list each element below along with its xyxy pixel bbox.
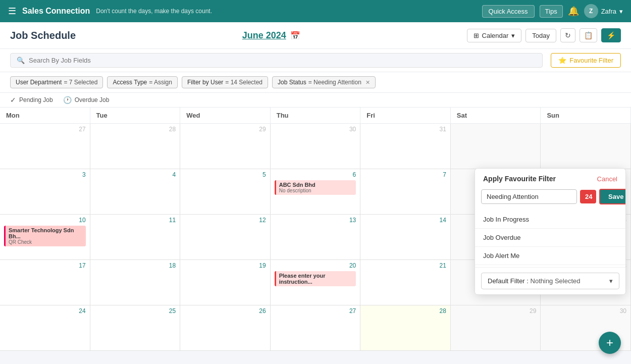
page-title: Job Schedule [10, 30, 76, 41]
cal-cell-25[interactable]: 25 [90, 305, 181, 351]
default-filter-dropdown[interactable]: Default Filter : Nothing Selected ▾ [481, 273, 619, 289]
popup-header: Apply Favourite Filter Cancel [475, 169, 625, 187]
check-circle-icon: ✓ [10, 96, 16, 104]
cal-cell-10[interactable]: 10 Smarter Technology Sdn Bh... QR Check [0, 215, 90, 260]
cal-cell-28-may[interactable]: 28 [90, 124, 181, 169]
calendar-wrap: Mon Tue Wed Thu Fri Sat Sun 27 28 29 30 … [0, 108, 631, 364]
cal-cell-28[interactable]: 28 [360, 305, 451, 351]
filter-button[interactable]: ⚡ [601, 28, 621, 42]
chevron-down-icon: ▾ [609, 277, 613, 285]
close-icon[interactable]: ✕ [365, 79, 370, 86]
cal-cell-sun-1[interactable] [541, 124, 631, 169]
header-center: June 2024 📅 [242, 30, 300, 41]
page-header: Job Schedule June 2024 📅 ⊞ Calendar ▾ To… [0, 22, 631, 49]
cal-cell-7[interactable]: 7 [360, 169, 451, 215]
navbar-right: Quick Access Tips 🔔 Z Zafra ▾ [482, 4, 623, 18]
legend-bar: ✓ Pending Job 🕐 Overdue Job [0, 93, 631, 108]
filter-count-badge: 24 [580, 190, 596, 203]
popup-save-button[interactable]: Save [599, 189, 626, 204]
cal-cell-31-may[interactable]: 31 [360, 124, 451, 169]
cal-cell-13[interactable]: 13 [271, 215, 361, 260]
user-menu[interactable]: Z Zafra ▾ [584, 4, 623, 18]
bell-icon[interactable]: 🔔 [568, 6, 579, 17]
cal-cell-27-may[interactable]: 27 [0, 124, 90, 169]
list-item-job-in-progress[interactable]: Job In Progress [475, 211, 625, 229]
cal-cell-11[interactable]: 11 [90, 215, 181, 260]
popup-cancel-button[interactable]: Cancel [597, 175, 617, 183]
hamburger-icon[interactable]: ☰ [8, 6, 16, 17]
refresh-button[interactable]: ↻ [560, 28, 575, 42]
cal-header-sun: Sun [541, 108, 631, 123]
chevron-down-icon: ▾ [619, 8, 623, 15]
calendar-view-button[interactable]: ⊞ Calendar ▾ [467, 29, 522, 42]
favourite-filter-popup: Apply Favourite Filter Cancel 24 Save Jo… [475, 168, 626, 295]
cal-header-fri: Fri [360, 108, 451, 123]
main-content: Job Schedule June 2024 📅 ⊞ Calendar ▾ To… [0, 22, 631, 364]
cal-header-mon: Mon [0, 108, 90, 123]
cal-cell-6[interactable]: 6 ABC Sdn Bhd No description [271, 169, 361, 215]
cal-cell-4[interactable]: 4 [90, 169, 181, 215]
cal-cell-27[interactable]: 27 [271, 305, 361, 351]
cal-cell-5[interactable]: 5 [180, 169, 271, 215]
search-wrap: 🔍 [10, 53, 543, 68]
search-input[interactable] [29, 57, 536, 64]
event-smarter[interactable]: Smarter Technology Sdn Bh... QR Check [4, 226, 86, 246]
event-instruction[interactable]: Please enter your instruction... [275, 271, 356, 286]
cal-cell-24[interactable]: 24 [0, 305, 90, 351]
cal-cell-19[interactable]: 19 [180, 260, 271, 305]
star-icon: ⭐ [558, 57, 566, 64]
calendar-header: Mon Tue Wed Thu Fri Sat Sun [0, 108, 631, 124]
favourite-filter-button[interactable]: ⭐ Favourite Filter [551, 53, 621, 68]
cal-cell-29[interactable]: 29 [451, 305, 541, 351]
search-icon: 🔍 [17, 57, 25, 64]
grid-icon: ⊞ [474, 32, 479, 39]
cal-cell-18[interactable]: 18 [90, 260, 181, 305]
today-button[interactable]: Today [525, 29, 556, 42]
cal-cell-17[interactable]: 17 [0, 260, 90, 305]
clock-icon: 🕐 [63, 96, 72, 104]
filter-name-input[interactable] [481, 189, 577, 204]
filter-tag-department[interactable]: User Department = 7 Selected [10, 76, 103, 88]
cal-cell-sat-1[interactable] [451, 124, 541, 169]
user-name: Zafra [601, 8, 616, 15]
navbar: ☰ Sales Connection Don't count the days,… [0, 0, 631, 22]
view-toggle-button[interactable]: 📋 [580, 28, 597, 42]
list-item-job-alert-me[interactable]: Job Alert Me [475, 247, 625, 265]
cal-cell-12[interactable]: 12 [180, 215, 271, 260]
add-job-button[interactable]: + [599, 332, 621, 354]
popup-title: Apply Favourite Filter [483, 175, 556, 183]
cal-cell-26[interactable]: 26 [180, 305, 271, 351]
filter-tags: User Department = 7 Selected Access Type… [0, 72, 631, 93]
filter-tag-job-status[interactable]: Job Status = Needing Attention ✕ [272, 76, 376, 88]
cal-header-thu: Thu [271, 108, 361, 123]
cal-cell-20[interactable]: 20 Please enter your instruction... [271, 260, 361, 305]
cal-cell-3[interactable]: 3 [0, 169, 90, 215]
current-month: June 2024 [242, 30, 286, 41]
avatar: Z [584, 4, 598, 18]
chevron-icon: ▾ [511, 32, 515, 39]
popup-footer: Default Filter : Nothing Selected ▾ [475, 267, 625, 294]
legend-overdue: 🕐 Overdue Job [63, 96, 110, 104]
popup-input-row: 24 Save [475, 187, 625, 209]
legend-pending: ✓ Pending Job [10, 96, 53, 104]
filter-tag-access-type[interactable]: Access Type = Assign [107, 76, 178, 88]
cal-cell-29-may[interactable]: 29 [180, 124, 271, 169]
brand-name: Sales Connection [22, 7, 90, 16]
cal-header-sat: Sat [451, 108, 541, 123]
header-right: ⊞ Calendar ▾ Today ↻ 📋 ⚡ [467, 28, 621, 42]
cal-header-tue: Tue [90, 108, 181, 123]
cal-cell-14[interactable]: 14 [360, 215, 451, 260]
quick-access-button[interactable]: Quick Access [482, 5, 535, 18]
tips-button[interactable]: Tips [540, 5, 563, 18]
event-abc[interactable]: ABC Sdn Bhd No description [275, 180, 356, 195]
navbar-tagline: Don't count the days, make the days coun… [96, 8, 476, 15]
calendar-icon[interactable]: 📅 [290, 31, 300, 40]
cal-cell-21[interactable]: 21 [360, 260, 451, 305]
search-bar: 🔍 ⭐ Favourite Filter [0, 49, 631, 72]
filter-tag-user[interactable]: Filter by User = 14 Selected [182, 76, 268, 88]
cal-header-wed: Wed [180, 108, 271, 123]
popup-list: Job In Progress Job Overdue Job Alert Me [475, 209, 625, 267]
list-item-job-overdue[interactable]: Job Overdue [475, 229, 625, 247]
cal-cell-30-may[interactable]: 30 [271, 124, 361, 169]
